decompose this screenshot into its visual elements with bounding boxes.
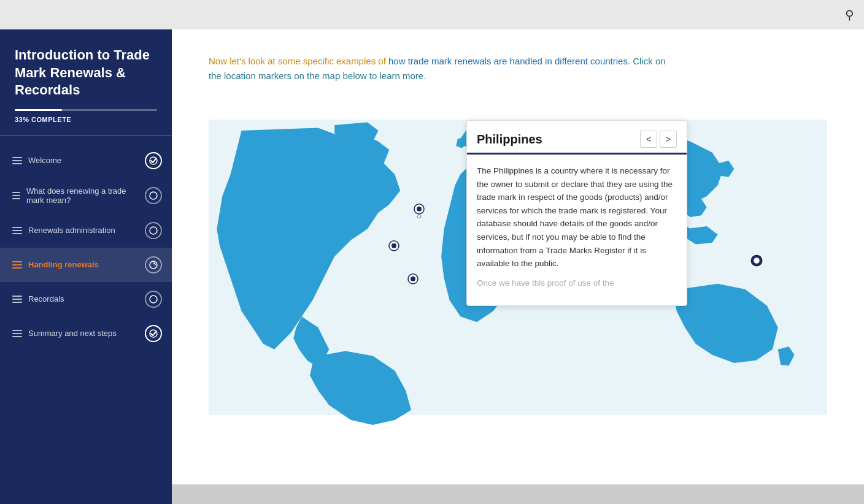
- popup-body[interactable]: The Philippines is a country where it is…: [467, 155, 687, 305]
- marker-central-america[interactable]: [406, 273, 420, 288]
- content-area: Now let's look at some specific examples…: [172, 29, 864, 484]
- hamburger-icon-3: [12, 227, 22, 234]
- svg-point-3: [150, 261, 157, 269]
- nav-status-renewals-admin: [145, 222, 162, 239]
- svg-point-14: [754, 258, 760, 264]
- svg-point-4: [150, 296, 157, 303]
- sidebar-title: Introduction to Trade Mark Renewals & Re…: [0, 29, 172, 109]
- hamburger-icon-5: [12, 296, 22, 303]
- sidebar-item-recordals[interactable]: Recordals: [0, 282, 172, 316]
- sidebar-item-handling-renewals[interactable]: Handling renewals: [0, 248, 172, 282]
- nav-status-handling-renewals: [145, 256, 162, 273]
- progress-label: 33% COMPLETE: [15, 116, 157, 123]
- svg-point-8: [417, 207, 422, 212]
- nav-label-welcome: Welcome: [28, 156, 61, 165]
- sidebar-item-summary[interactable]: Summary and next steps: [0, 316, 172, 351]
- intro-part-2: how trade mark renewals are handled in d…: [388, 56, 628, 66]
- intro-text: Now let's look at some specific examples…: [209, 54, 675, 83]
- hamburger-icon-6: [12, 330, 22, 337]
- nav-status-recordals: [145, 291, 162, 308]
- svg-point-1: [150, 192, 157, 199]
- nav-status-renewing: [145, 187, 162, 204]
- nav-label-renewing: What does renewing a trade mark mean?: [26, 186, 145, 205]
- popup-nav: < >: [640, 131, 677, 148]
- marker-philippines[interactable]: [749, 253, 764, 268]
- main-layout: Introduction to Trade Mark Renewals & Re…: [0, 29, 864, 504]
- marker-usa-central[interactable]: [387, 240, 401, 255]
- popup-body-faded: Once we have this proof of use of the: [477, 277, 677, 290]
- svg-point-12: [411, 276, 415, 281]
- progress-section: 33% COMPLETE: [0, 109, 172, 136]
- sidebar-item-renewals-admin[interactable]: Renewals administration: [0, 213, 172, 248]
- sidebar-item-renewing[interactable]: What does renewing a trade mark mean?: [0, 178, 172, 213]
- sidebar-item-welcome[interactable]: Welcome: [0, 143, 172, 178]
- map-container: Philippines < > The Philippines is a cou…: [209, 102, 827, 433]
- svg-point-10: [392, 243, 396, 248]
- popup-body-text: The Philippines is a country where it is…: [477, 164, 677, 270]
- nav-label-recordals: Recordals: [28, 294, 64, 304]
- search-icon[interactable]: ⚲: [845, 7, 854, 22]
- popup-prev-button[interactable]: <: [640, 131, 657, 148]
- popup-card: Philippines < > The Philippines is a cou…: [466, 120, 687, 306]
- popup-header: Philippines < >: [467, 121, 687, 155]
- nav-label-handling-renewals: Handling renewals: [28, 260, 99, 269]
- marker-usa-north[interactable]: [412, 204, 426, 218]
- popup-title: Philippines: [477, 132, 542, 147]
- popup-next-button[interactable]: >: [660, 131, 677, 148]
- hamburger-icon-2: [12, 192, 20, 199]
- hamburger-icon-4: [12, 261, 22, 269]
- svg-point-2: [150, 227, 157, 234]
- sidebar: Introduction to Trade Mark Renewals & Re…: [0, 29, 172, 504]
- nav-status-welcome: [145, 152, 162, 169]
- progress-bar-background: [15, 109, 157, 111]
- bottom-bar: [172, 484, 864, 504]
- nav-label-summary: Summary and next steps: [28, 329, 117, 338]
- hamburger-icon: [12, 157, 22, 164]
- nav-label-renewals-admin: Renewals administration: [28, 226, 115, 235]
- top-bar: ⚲: [0, 0, 864, 29]
- nav-status-summary: [145, 325, 162, 342]
- intro-part-1: Now let's look at some specific examples…: [209, 56, 388, 66]
- main-content: Now let's look at some specific examples…: [172, 29, 864, 504]
- progress-bar-fill: [15, 109, 62, 111]
- sidebar-nav: Welcome What does renewing a trade mark …: [0, 136, 172, 504]
